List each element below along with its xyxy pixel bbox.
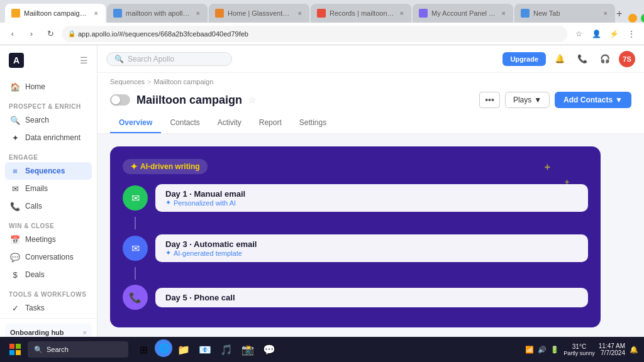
data-enrichment-icon: ✦	[10, 133, 20, 143]
taskbar-app-1[interactable]: ⊞	[133, 339, 153, 359]
sidebar-item-home[interactable]: 🏠 Home	[5, 78, 92, 96]
tab-activity[interactable]: Activity	[209, 113, 250, 133]
sidebar-item-tasks[interactable]: ✓ Tasks	[5, 299, 92, 317]
more-options-button[interactable]: •••	[479, 92, 500, 108]
sidebar-item-search[interactable]: 🔍 Search	[5, 111, 92, 129]
back-button[interactable]: ‹	[5, 26, 20, 41]
taskbar-app-3[interactable]: 📧	[195, 339, 215, 359]
step-connector-1	[135, 217, 136, 229]
new-tab-button[interactable]: +	[616, 5, 622, 23]
tab-contacts[interactable]: Contacts	[161, 113, 208, 133]
tray-battery-icon[interactable]: 🔋	[550, 344, 560, 354]
user-avatar[interactable]: 7S	[619, 51, 635, 67]
sidebar-sequences-label: Sequences	[25, 167, 65, 175]
settings-menu-icon[interactable]: ⋮	[624, 26, 639, 41]
add-contacts-button[interactable]: Add Contacts ▼	[555, 92, 631, 108]
bookmark-icon[interactable]: ☆	[571, 26, 586, 41]
phone-icon[interactable]: 📞	[574, 50, 591, 68]
page-title-row: Maiiltoon campaign ☆ ••• Plays ▼ Add Con…	[110, 88, 631, 113]
tab-1[interactable]: Maiiltoon campaign - App... ×	[5, 4, 106, 23]
tab-close-6[interactable]: ×	[602, 8, 609, 18]
meetings-icon: 📅	[10, 234, 20, 244]
tab-4[interactable]: Records | mailtoon.io | Gla... ×	[311, 4, 411, 23]
app-header: 🔍 Search Apollo Upgrade 🔔 📞 🎧 7S	[97, 45, 644, 73]
plays-button[interactable]: Plays ▼	[505, 92, 550, 108]
tab-close-5[interactable]: ×	[501, 8, 507, 18]
sidebar-home-section: 🏠 Home	[0, 75, 97, 97]
search-box-placeholder: Search Apollo	[128, 55, 174, 63]
address-bar[interactable]: 🔒 app.apollo.io/#/sequences/668a2b3fceba…	[62, 26, 567, 42]
tab-label-3: Home | Glassventuresoffic...	[228, 9, 293, 17]
tab-close-2[interactable]: ×	[195, 8, 201, 18]
refresh-button[interactable]: ↻	[43, 26, 58, 41]
taskbar-app-6[interactable]: 💬	[259, 339, 279, 359]
sidebar: A ☰ 🏠 Home Prospect & enrich 🔍 Search ✦ …	[0, 45, 97, 362]
phone-icon-3: 📞	[129, 292, 142, 304]
page-title: Maiiltoon campaign	[136, 94, 242, 107]
taskbar-app-4[interactable]: 🎵	[216, 339, 236, 359]
forward-button[interactable]: ›	[24, 26, 39, 41]
tasks-icon: ✓	[10, 303, 20, 313]
main-content: Sequences > Maiiltoon campaign Maiiltoon…	[97, 73, 644, 362]
notifications-icon[interactable]: 🔔	[629, 344, 639, 354]
breadcrumb-separator: >	[147, 78, 151, 85]
sidebar-win-section: Win & close 📅 Meetings 💬 Conversations $…	[0, 216, 97, 285]
browser-actions: ☆ 👤 ⚡ ⋮	[571, 26, 639, 41]
sidebar-tools-section: Tools & workflows ✓ Tasks	[0, 285, 97, 318]
sidebar-item-conversations[interactable]: 💬 Conversations	[5, 248, 92, 266]
svg-rect-0	[9, 344, 14, 349]
window-minimize[interactable]	[628, 14, 637, 23]
sidebar-home-label: Home	[25, 82, 45, 91]
step-2-subtitle: ✦ AI-generated template	[165, 249, 578, 257]
tab-favicon-5	[419, 9, 428, 18]
campaign-toggle[interactable]	[110, 94, 130, 106]
tab-settings[interactable]: Settings	[291, 113, 335, 133]
upgrade-button[interactable]: Upgrade	[502, 52, 546, 66]
bell-icon[interactable]: 🔔	[551, 50, 569, 68]
taskbar-search[interactable]: 🔍 Search	[28, 341, 128, 358]
tray-network-icon[interactable]: 📶	[525, 344, 535, 354]
step-1: ✉ Day 1 · Manual email ✦ Personalized wi…	[123, 184, 588, 212]
favorite-star-icon[interactable]: ☆	[248, 95, 257, 105]
svg-rect-2	[9, 350, 14, 355]
sidebar-item-data-enrichment[interactable]: ✦ Data enrichment	[5, 129, 92, 146]
taskbar-app-chrome[interactable]: 🌐	[155, 339, 172, 357]
taskbar-app-5[interactable]: 📸	[238, 339, 258, 359]
tab-close-1[interactable]: ×	[93, 8, 99, 18]
tab-6[interactable]: New Tab ×	[514, 4, 615, 23]
tab-label-6: New Tab	[533, 9, 599, 17]
taskbar-app-2[interactable]: 📁	[174, 339, 194, 359]
tab-3[interactable]: Home | Glassventuresoffic... ×	[209, 4, 309, 23]
breadcrumb-sequences[interactable]: Sequences	[110, 78, 145, 85]
tab-5[interactable]: My Account Panel - Nam... ×	[413, 4, 513, 23]
sidebar-item-sequences[interactable]: ≡ Sequences	[5, 162, 92, 180]
sidebar-engage-section: Engage ≡ Sequences ✉ Emails 📞 Calls	[0, 148, 97, 216]
sidebar-item-deals[interactable]: $ Deals	[5, 266, 92, 283]
conversations-icon: 💬	[10, 252, 20, 262]
tray-sound-icon[interactable]: 🔊	[537, 344, 547, 354]
start-button[interactable]	[5, 339, 25, 359]
tab-favicon-4	[317, 9, 326, 18]
clock-date: 7/7/2024	[599, 349, 625, 356]
taskbar-search-icon: 🔍	[34, 346, 43, 354]
sidebar-item-calls[interactable]: 📞 Calls	[5, 197, 92, 215]
clock: 11:47 AM 7/7/2024	[599, 343, 625, 356]
sidebar-search-label: Search	[25, 116, 49, 124]
tab-close-4[interactable]: ×	[399, 8, 405, 18]
headset-icon[interactable]: 🎧	[596, 50, 614, 68]
sidebar-item-emails[interactable]: ✉ Emails	[5, 180, 92, 197]
extensions-icon[interactable]: ⚡	[606, 26, 621, 41]
tab-2[interactable]: mailtoon with apollo.io - C... ×	[107, 4, 208, 23]
onboarding-title: Onboarding hub	[10, 329, 64, 336]
tab-report[interactable]: Report	[250, 113, 291, 133]
tab-overview[interactable]: Overview	[110, 113, 161, 133]
sidebar-meetings-label: Meetings	[25, 235, 56, 244]
window-maximize[interactable]	[641, 14, 644, 23]
sidebar-item-meetings[interactable]: 📅 Meetings	[5, 231, 92, 248]
onboarding-close-button[interactable]: ×	[83, 329, 87, 336]
search-box[interactable]: 🔍 Search Apollo	[106, 52, 232, 66]
tools-section-label: Tools & workflows	[5, 287, 92, 299]
profile-icon[interactable]: 👤	[589, 26, 604, 41]
sidebar-toggle-button[interactable]: ☰	[80, 55, 88, 65]
tab-close-3[interactable]: ×	[297, 8, 303, 18]
